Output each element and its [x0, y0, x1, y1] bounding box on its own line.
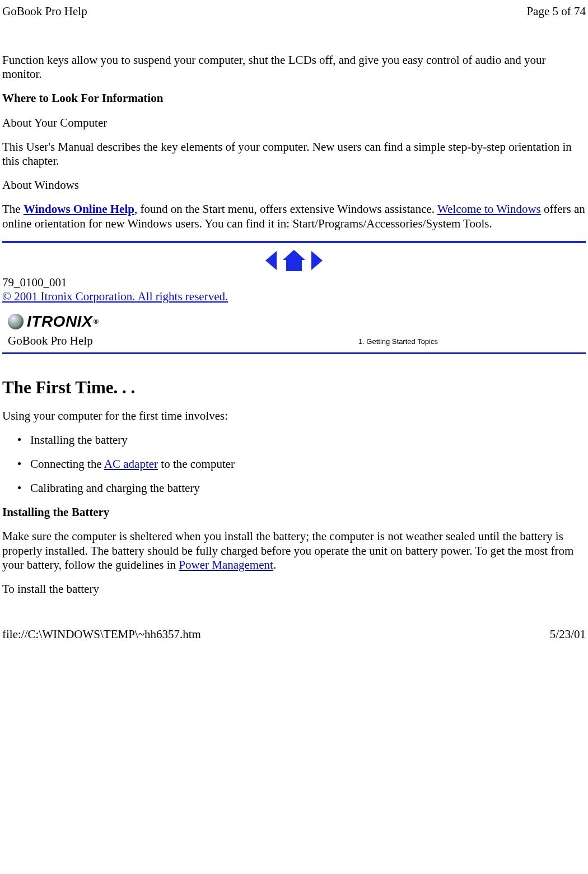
about-your-computer-paragraph: This User's Manual describes the key ele… — [2, 140, 586, 168]
globe-icon — [8, 314, 24, 329]
doc-id: 79_0100_001 — [2, 276, 586, 290]
footer-path: file://C:\WINDOWS\TEMP\~hh6357.htm — [2, 627, 201, 641]
about-your-computer-heading: About Your Computer — [2, 116, 586, 130]
svg-marker-1 — [283, 250, 305, 271]
text-fragment: . — [273, 558, 276, 571]
divider — [2, 241, 586, 243]
text-fragment: to the computer — [158, 457, 235, 471]
nav-prev-icon[interactable] — [262, 249, 279, 272]
text-fragment: Connecting the — [30, 457, 104, 471]
footer-date: 5/23/01 — [550, 627, 586, 641]
list-item: Connecting the AC adapter to the compute… — [30, 457, 586, 471]
divider — [2, 352, 586, 354]
about-windows-heading: About Windows — [2, 178, 586, 192]
nav-icons-row — [2, 249, 586, 272]
itronix-logo: ITRONIX® — [8, 313, 99, 331]
welcome-to-windows-link[interactable]: Welcome to Windows — [437, 202, 541, 216]
windows-online-help-link[interactable]: Windows Online Help — [24, 202, 134, 216]
nav-home-icon[interactable] — [282, 249, 306, 272]
power-management-link[interactable]: Power Management — [179, 558, 273, 571]
nav-next-icon[interactable] — [309, 249, 326, 272]
text-fragment: , found on the Start menu, offers extens… — [134, 202, 437, 216]
ac-adapter-link[interactable]: AC adapter — [104, 457, 158, 471]
list-item: Calibrating and charging the battery — [30, 481, 586, 495]
svg-marker-0 — [265, 251, 277, 270]
where-to-look-heading: Where to Look For Information — [2, 91, 586, 105]
about-windows-paragraph: The Windows Online Help, found on the St… — [2, 202, 586, 230]
gobook-pro-help-label: GoBook Pro Help — [8, 334, 99, 348]
topics-label: 1. Getting Started Topics — [358, 337, 584, 348]
copyright-link[interactable]: © 2001 Itronix Corporation. All rights r… — [2, 290, 228, 303]
list-item: Installing the battery — [30, 433, 586, 447]
svg-marker-2 — [311, 251, 323, 270]
installing-battery-paragraph: Make sure the computer is sheltered when… — [2, 529, 586, 572]
installing-battery-heading: Installing the Battery — [2, 505, 586, 519]
header-title: GoBook Pro Help — [2, 4, 87, 18]
first-time-intro: Using your computer for the first time i… — [2, 409, 586, 423]
text-fragment: Make sure the computer is sheltered when… — [2, 529, 573, 571]
first-time-list: Installing the battery Connecting the AC… — [2, 433, 586, 495]
registered-mark: ® — [94, 318, 99, 326]
logo-text: ITRONIX — [27, 313, 92, 331]
first-time-heading: The First Time. . . — [2, 378, 586, 398]
text-fragment: The — [2, 202, 24, 216]
intro-paragraph: Function keys allow you to suspend your … — [2, 53, 586, 81]
header-page-info: Page 5 of 74 — [526, 4, 586, 18]
to-install-text: To install the battery — [2, 582, 586, 596]
